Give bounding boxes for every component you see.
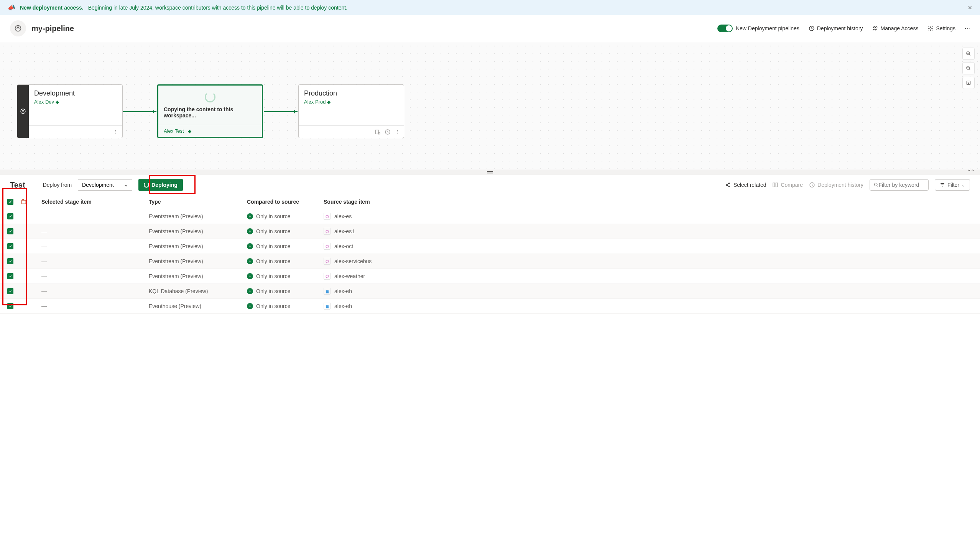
plus-icon: + (247, 303, 253, 309)
table-row[interactable]: ✓ — Eventstream (Preview) + Only in sour… (0, 239, 980, 254)
stage-dev-indicator (17, 85, 29, 138)
svg-point-13 (726, 185, 727, 186)
stage-card-test[interactable]: Copying the content to this workspace...… (157, 84, 263, 138)
table-row[interactable]: ✓ — Eventstream (Preview) + Only in sour… (0, 254, 980, 269)
stage-dev-more-button[interactable]: ⋮ (113, 129, 118, 135)
stage-toolbar: Test Deploy from Development Deploying S… (0, 175, 980, 195)
fit-view-button[interactable] (962, 77, 975, 89)
search-input[interactable] (879, 182, 924, 188)
history-icon (809, 25, 815, 31)
compare-button[interactable]: Compare (772, 182, 803, 188)
cell-compared: + Only in source (247, 213, 324, 219)
table-row[interactable]: ✓ — Eventstream (Preview) + Only in sour… (0, 269, 980, 284)
cell-selected: — (41, 288, 149, 294)
filter-button[interactable]: Filter ⌄ (935, 179, 970, 191)
table-row[interactable]: ✓ — Eventhouse (Preview) + Only in sourc… (0, 299, 980, 314)
compare-icon (772, 182, 778, 188)
table-row[interactable]: ✓ — Eventstream (Preview) + Only in sour… (0, 209, 980, 224)
cell-type: Eventstream (Preview) (149, 213, 247, 219)
cell-compared: + Only in source (247, 258, 324, 264)
cell-compared: + Only in source (247, 243, 324, 249)
cell-compared: + Only in source (247, 303, 324, 309)
rules-icon[interactable] (375, 129, 381, 135)
row-checkbox[interactable]: ✓ (7, 228, 13, 234)
expand-up-icon[interactable]: ⌃⌃ (967, 169, 975, 174)
svg-point-15 (728, 186, 730, 187)
close-icon[interactable]: ✕ (968, 5, 972, 11)
page-header: my-pipeline New Deployment pipelines Dep… (0, 15, 980, 42)
svg-point-8 (968, 82, 969, 84)
premium-icon: ◆ (56, 99, 59, 105)
stage-test-copying-msg: Copying the content to this workspace... (164, 106, 257, 119)
cell-type: Eventhouse (Preview) (149, 303, 247, 309)
history-icon (809, 182, 815, 188)
stage-dev-title: Development (34, 89, 117, 97)
deploy-button[interactable]: Deploying (138, 179, 183, 191)
plus-icon: + (247, 288, 253, 294)
zoom-in-button[interactable] (962, 48, 975, 60)
settings-button[interactable]: Settings (927, 25, 955, 31)
more-icon: ⋯ (965, 25, 970, 31)
cell-selected: — (41, 243, 149, 249)
table-row[interactable]: ✓ — KQL Database (Preview) + Only in sou… (0, 284, 980, 299)
stage-prod-title: Production (304, 89, 398, 97)
premium-icon: ◆ (188, 129, 191, 134)
zoom-out-button[interactable] (962, 62, 975, 74)
stage-card-production[interactable]: Production Alex Prod ◆ ⋮ (298, 84, 404, 138)
stage-prod-workspace: Alex Prod (304, 99, 326, 105)
select-related-button[interactable]: Select related (725, 182, 766, 188)
svg-rect-17 (776, 183, 778, 187)
col-selected: Selected stage item (41, 199, 149, 205)
deployment-history-button[interactable]: Deployment history (809, 182, 863, 188)
select-all-checkbox[interactable]: ✓ (7, 199, 13, 205)
gear-icon (927, 25, 934, 31)
eventstream-icon: ⬡ (324, 273, 331, 280)
arrow-dev-to-test (123, 111, 156, 112)
row-checkbox[interactable]: ✓ (7, 303, 13, 309)
premium-icon: ◆ (327, 99, 331, 105)
svg-rect-10 (376, 130, 379, 134)
cell-type: Eventstream (Preview) (149, 258, 247, 264)
cell-source: ▦ alex-eh (324, 288, 970, 295)
plus-icon: + (247, 228, 253, 234)
drag-grip-icon (487, 171, 493, 173)
zoom-in-icon (966, 51, 971, 56)
banner-message: Beginning in late July 2024, workspace c… (88, 5, 347, 11)
more-button[interactable]: ⋯ (965, 25, 970, 31)
row-checkbox[interactable]: ✓ (7, 213, 13, 219)
search-input-wrap (870, 179, 929, 191)
row-checkbox[interactable]: ✓ (7, 243, 13, 249)
share-icon (725, 182, 731, 188)
manage-access-button[interactable]: Manage Access (872, 25, 919, 31)
panel-drag-handle[interactable]: ⌃⌃ (0, 170, 980, 175)
deploy-from-select[interactable]: Development (78, 179, 132, 191)
cell-type: Eventstream (Preview) (149, 273, 247, 279)
row-checkbox[interactable]: ✓ (7, 258, 13, 264)
spinner-icon (144, 182, 149, 188)
current-stage-title: Test (10, 181, 25, 189)
arrow-test-to-prod (264, 111, 298, 112)
plus-icon: + (247, 258, 253, 264)
svg-point-11 (378, 132, 380, 134)
plus-icon: + (247, 213, 253, 219)
cell-source: ⬡ alex-es (324, 213, 970, 220)
cell-source: ⬡ alex-es1 (324, 228, 970, 235)
banner-title: New deployment access. (20, 5, 84, 11)
cell-selected: — (41, 273, 149, 279)
stage-prod-more-button[interactable]: ⋮ (395, 129, 400, 135)
svg-rect-7 (967, 81, 970, 84)
stage-test-workspace: Alex Test (164, 128, 184, 134)
row-checkbox[interactable]: ✓ (7, 273, 13, 279)
cell-selected: — (41, 213, 149, 219)
new-pipelines-toggle[interactable] (717, 25, 733, 32)
people-icon (872, 25, 878, 31)
database-icon: ▦ (324, 288, 331, 295)
stage-card-development[interactable]: Development Alex Dev ◆ ⋮ (17, 84, 123, 138)
deployment-history-button[interactable]: Deployment history (809, 25, 863, 31)
table-row[interactable]: ✓ — Eventstream (Preview) + Only in sour… (0, 224, 980, 239)
row-checkbox[interactable]: ✓ (7, 288, 13, 294)
cell-selected: — (41, 258, 149, 264)
history-icon[interactable] (385, 129, 391, 135)
cell-type: Eventstream (Preview) (149, 228, 247, 234)
cell-source: ⬡ alex-servicebus (324, 258, 970, 265)
